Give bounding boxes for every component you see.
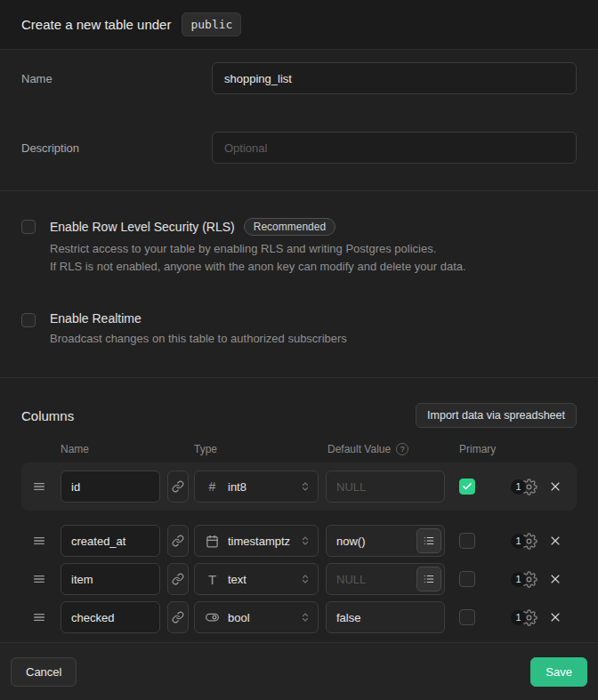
close-icon bbox=[548, 479, 562, 494]
column-type-value: bool bbox=[228, 611, 250, 624]
rls-label: Enable Row Level Security (RLS) bbox=[50, 220, 235, 234]
table-name-input[interactable] bbox=[212, 62, 577, 94]
table-info-section: Name Description bbox=[0, 50, 598, 191]
column-row: bool 1 bbox=[21, 601, 577, 633]
column-type-select[interactable]: T text bbox=[194, 563, 319, 595]
drag-handle-icon[interactable] bbox=[32, 534, 46, 548]
help-icon[interactable]: ? bbox=[396, 443, 408, 455]
rls-description-line1: Restrict access to your table by enablin… bbox=[50, 240, 466, 258]
foreign-key-link-button[interactable] bbox=[167, 563, 189, 595]
column-name-input[interactable] bbox=[61, 525, 160, 557]
hash-type-icon: # bbox=[206, 479, 219, 494]
column-settings-button[interactable]: 1 bbox=[511, 533, 537, 550]
header-name: Name bbox=[61, 443, 194, 455]
realtime-checkbox[interactable] bbox=[21, 313, 36, 327]
save-button[interactable]: Save bbox=[530, 657, 587, 687]
primary-checkbox[interactable] bbox=[459, 609, 475, 625]
column-settings-button[interactable]: 1 bbox=[511, 609, 537, 626]
primary-checkbox[interactable] bbox=[459, 533, 475, 549]
table-options-section: Enable Row Level Security (RLS) Recommen… bbox=[0, 191, 598, 378]
header-default-value: Default Value bbox=[327, 443, 391, 455]
drag-handle-icon[interactable] bbox=[32, 610, 46, 624]
column-row-card: # int8 1 bbox=[21, 463, 577, 511]
column-name-input[interactable] bbox=[61, 471, 160, 503]
default-value-input[interactable] bbox=[326, 471, 445, 503]
foreign-key-link-button[interactable] bbox=[167, 525, 189, 557]
primary-checkbox[interactable] bbox=[459, 479, 475, 495]
column-type-value: int8 bbox=[228, 480, 246, 494]
calendar-type-icon bbox=[206, 535, 219, 548]
default-value-picker-button[interactable] bbox=[416, 567, 441, 591]
column-row: timestamptz 1 bbox=[21, 525, 577, 557]
column-type-value: text bbox=[228, 573, 246, 586]
column-type-select[interactable]: bool bbox=[194, 601, 319, 633]
chevron-updown-icon bbox=[300, 573, 311, 585]
drag-handle-icon[interactable] bbox=[32, 572, 46, 586]
schema-badge: public bbox=[182, 12, 241, 36]
close-icon bbox=[548, 534, 562, 548]
delete-column-button[interactable] bbox=[548, 479, 562, 494]
default-value-input[interactable] bbox=[326, 601, 445, 633]
header-type: Type bbox=[194, 443, 327, 455]
drag-handle-icon[interactable] bbox=[32, 479, 46, 494]
column-row: T text 1 bbox=[21, 563, 577, 595]
create-table-dialog: Create a new table under public Name Des… bbox=[0, 0, 598, 700]
chevron-updown-icon bbox=[300, 611, 311, 624]
column-settings-button[interactable]: 1 bbox=[511, 571, 537, 588]
column-type-select[interactable]: # int8 bbox=[194, 471, 319, 503]
settings-count-badge: 1 bbox=[511, 610, 526, 625]
check-icon bbox=[462, 481, 473, 492]
rls-description-line2: If RLS is not enabled, anyone with the a… bbox=[50, 258, 466, 276]
realtime-option: Enable Realtime Broadcast changes on thi… bbox=[21, 311, 577, 348]
column-settings-button[interactable]: 1 bbox=[511, 479, 537, 495]
chevron-updown-icon bbox=[300, 535, 311, 547]
settings-count-badge: 1 bbox=[511, 479, 526, 495]
columns-section: Columns Import data via spreadsheet Name… bbox=[0, 378, 598, 643]
close-icon bbox=[548, 610, 562, 624]
column-name-input[interactable] bbox=[61, 563, 160, 595]
list-icon bbox=[423, 573, 435, 585]
foreign-key-link-button[interactable] bbox=[167, 471, 189, 503]
rls-checkbox[interactable] bbox=[21, 220, 36, 234]
link-icon bbox=[172, 535, 184, 547]
delete-column-button[interactable] bbox=[548, 610, 562, 624]
name-label: Name bbox=[21, 72, 212, 85]
foreign-key-link-button[interactable] bbox=[167, 601, 189, 633]
description-label: Description bbox=[21, 141, 212, 155]
column-name-input[interactable] bbox=[61, 601, 160, 633]
delete-column-button[interactable] bbox=[548, 534, 562, 548]
rls-option: Enable Row Level Security (RLS) Recommen… bbox=[21, 218, 577, 276]
primary-checkbox[interactable] bbox=[459, 571, 475, 587]
default-value-picker-button[interactable] bbox=[416, 528, 441, 553]
realtime-description: Broadcast changes on this table to autho… bbox=[50, 330, 347, 348]
dialog-title: Create a new table under bbox=[21, 17, 171, 32]
link-icon bbox=[172, 480, 184, 493]
column-row: # int8 1 bbox=[21, 471, 577, 503]
table-description-input[interactable] bbox=[212, 132, 577, 164]
chevron-updown-icon bbox=[300, 480, 311, 493]
column-rows: # int8 1 timestamptz bbox=[21, 463, 577, 633]
settings-count-badge: 1 bbox=[511, 572, 526, 587]
recommended-badge: Recommended bbox=[244, 218, 335, 236]
column-type-select[interactable]: timestamptz bbox=[194, 525, 319, 557]
dialog-footer: Cancel Save bbox=[0, 643, 598, 700]
list-icon bbox=[423, 535, 435, 547]
realtime-label: Enable Realtime bbox=[50, 311, 141, 326]
header-primary: Primary bbox=[459, 443, 496, 455]
column-type-value: timestamptz bbox=[228, 535, 290, 548]
delete-column-button[interactable] bbox=[548, 572, 562, 586]
text-type-icon: T bbox=[206, 572, 219, 587]
columns-header-row: Name Type Default Value ? Primary bbox=[21, 443, 577, 455]
cancel-button[interactable]: Cancel bbox=[11, 657, 77, 687]
settings-count-badge: 1 bbox=[511, 534, 526, 549]
link-icon bbox=[172, 611, 184, 624]
close-icon bbox=[548, 572, 562, 586]
import-spreadsheet-button[interactable]: Import data via spreadsheet bbox=[416, 403, 577, 428]
link-icon bbox=[172, 573, 184, 585]
dialog-header: Create a new table under public bbox=[0, 0, 598, 50]
columns-title: Columns bbox=[21, 408, 74, 423]
toggle-type-icon bbox=[206, 610, 219, 624]
